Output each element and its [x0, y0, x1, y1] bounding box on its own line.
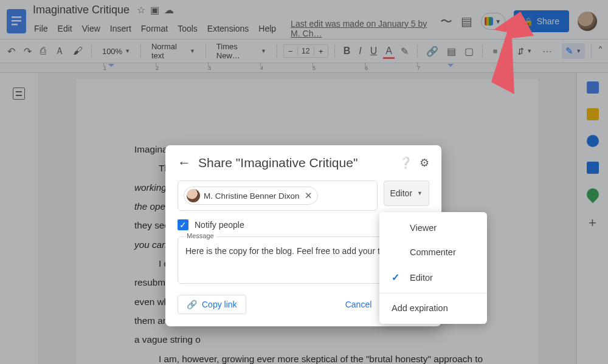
- copy-link-label: Copy link: [202, 300, 237, 309]
- person-avatar: [187, 189, 200, 202]
- role-option-editor[interactable]: ✓ Editor: [379, 264, 487, 290]
- message-field-value[interactable]: Here is the copy for the blog. Feel free…: [185, 246, 399, 256]
- settings-gear-icon[interactable]: ⚙: [420, 156, 429, 170]
- message-field-label: Message: [184, 232, 216, 239]
- link-icon: 🔗: [187, 300, 197, 309]
- role-dropdown-label: Editor: [390, 188, 413, 198]
- role-option-commenter[interactable]: Commenter: [379, 240, 487, 264]
- person-chip-name: M. Christine Benner Dixon: [204, 191, 300, 201]
- notify-label: Notify people: [195, 220, 244, 230]
- svg-marker-4: [491, 12, 534, 94]
- role-dropdown[interactable]: Editor ▼: [384, 180, 430, 206]
- checkmark-icon: ✓: [392, 272, 402, 283]
- add-expiration-option[interactable]: Add expiration: [379, 296, 487, 320]
- remove-chip-icon[interactable]: ✕: [305, 190, 313, 201]
- back-arrow-icon[interactable]: ←: [178, 155, 191, 171]
- role-option-viewer[interactable]: Viewer: [379, 216, 487, 240]
- person-chip[interactable]: M. Christine Benner Dixon ✕: [184, 187, 318, 205]
- copy-link-button[interactable]: 🔗 Copy link: [178, 295, 246, 314]
- notify-checkbox[interactable]: ✓: [178, 219, 188, 230]
- people-input[interactable]: M. Christine Benner Dixon ✕: [178, 180, 378, 211]
- help-icon[interactable]: ❔: [399, 156, 412, 170]
- caret-down-icon: ▼: [417, 190, 423, 196]
- dialog-title: Share "Imaginative Critique": [198, 156, 392, 170]
- annotation-red-arrow: [449, 9, 534, 106]
- cancel-button[interactable]: Cancel: [337, 295, 381, 314]
- role-menu: Viewer Commenter ✓ Editor Add expiration: [379, 212, 487, 324]
- menu-divider: [379, 293, 487, 294]
